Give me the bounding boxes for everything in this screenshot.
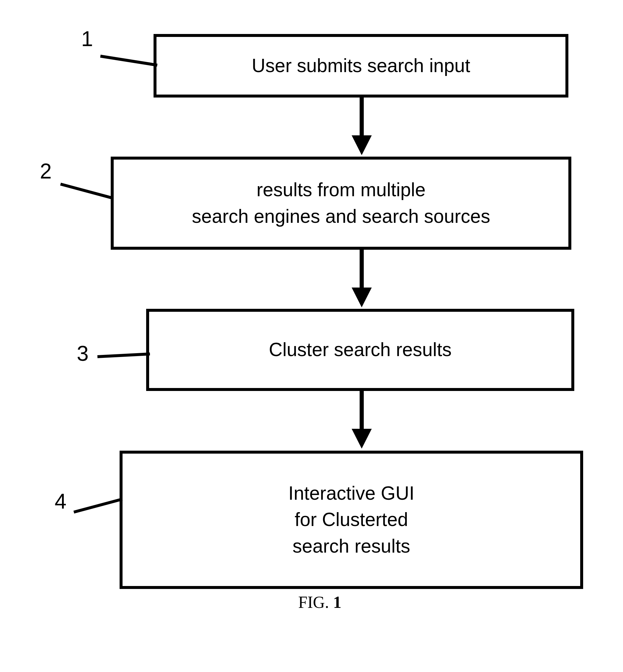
svg-marker-1 [352,135,372,155]
arrow-1-to-2 [350,97,374,157]
svg-marker-5 [352,429,372,449]
flow-leader-2 [60,183,114,200]
flow-label-2: 2 [40,159,52,183]
flow-label-3: 3 [77,341,89,366]
flow-leader-1 [100,55,157,66]
flow-leader-4 [73,498,123,513]
flow-box-3: Cluster search results [146,309,574,391]
flow-box-3-text: Cluster search results [269,337,452,363]
flow-label-1: 1 [81,27,93,51]
flow-box-2: results from multiplesearch engines and … [111,157,571,250]
flow-box-2-text: results from multiplesearch engines and … [192,177,490,230]
flow-label-4: 4 [55,489,66,513]
arrow-2-to-3 [350,250,374,309]
flow-box-4: Interactive GUIfor Clustertedsearch resu… [120,451,583,589]
flowchart-container: User submits search input 1 results from… [0,0,623,672]
flow-box-1-text: User submits search input [252,53,470,79]
svg-marker-3 [352,287,372,307]
figure-caption: FIG. 1 [298,592,341,612]
figure-caption-prefix: FIG. [298,593,333,611]
figure-caption-number: 1 [333,593,341,611]
flow-box-4-text: Interactive GUIfor Clustertedsearch resu… [289,480,415,560]
arrow-3-to-4 [350,391,374,450]
flow-box-1: User submits search input [153,34,568,97]
flow-leader-3 [97,353,150,358]
